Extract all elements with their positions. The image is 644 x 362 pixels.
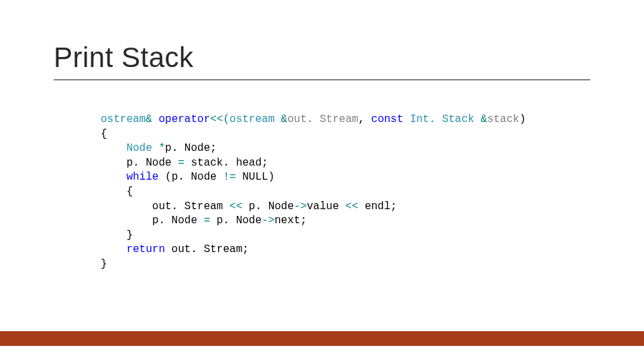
code-token: ) [519,113,526,125]
code-token [101,142,126,154]
code-token: ostream [229,113,281,125]
code-token: * [158,142,165,154]
slide-title: Print Stack [54,42,194,74]
code-token: stack [487,113,519,125]
code-token: -> [294,200,307,213]
code-token [101,171,126,183]
slide: Print Stack ostream& operator<<(ostream … [0,0,644,362]
footer-accent-bar [0,331,644,346]
code-token: NULL) [236,171,275,183]
code-token: } [101,258,107,270]
code-token: p. Node [101,215,204,227]
title-underline [54,79,590,80]
code-token: & [146,113,158,125]
code-token: , [358,113,371,125]
code-token: (p. Node [158,171,223,183]
code-token: p. Node [242,200,294,213]
code-token: = [204,215,211,227]
code-token: -> [262,215,274,227]
code-token: out. Stream [101,200,229,213]
code-token: Node [126,142,158,154]
code-token [101,243,126,255]
code-token: out. Stream; [165,243,249,255]
code-token: p. Node [210,215,262,227]
code-token: while [126,171,158,183]
code-token: value [307,200,345,213]
code-token: p. Node; [165,142,217,154]
code-token: ostream [101,113,146,125]
code-token: Int. Stack [410,113,481,125]
code-token: { [101,128,107,140]
code-token: { [101,186,133,198]
code-token: return [126,243,165,255]
code-token: out. Stream [287,113,358,125]
code-token: = [178,157,184,169]
code-token: << [345,200,358,213]
code-token: << [229,200,242,213]
code-token: p. Node [101,157,178,169]
code-token: operator [158,113,210,125]
code-token: & [481,113,488,125]
code-token: endl; [358,200,397,213]
code-token: } [101,229,133,241]
code-token: next; [274,215,307,227]
code-block: ostream& operator<<(ostream &out. Stream… [101,113,526,272]
code-token: <<( [210,113,229,125]
code-token: stack. head; [184,157,268,169]
code-token: const [371,113,410,125]
code-token: != [223,171,235,183]
